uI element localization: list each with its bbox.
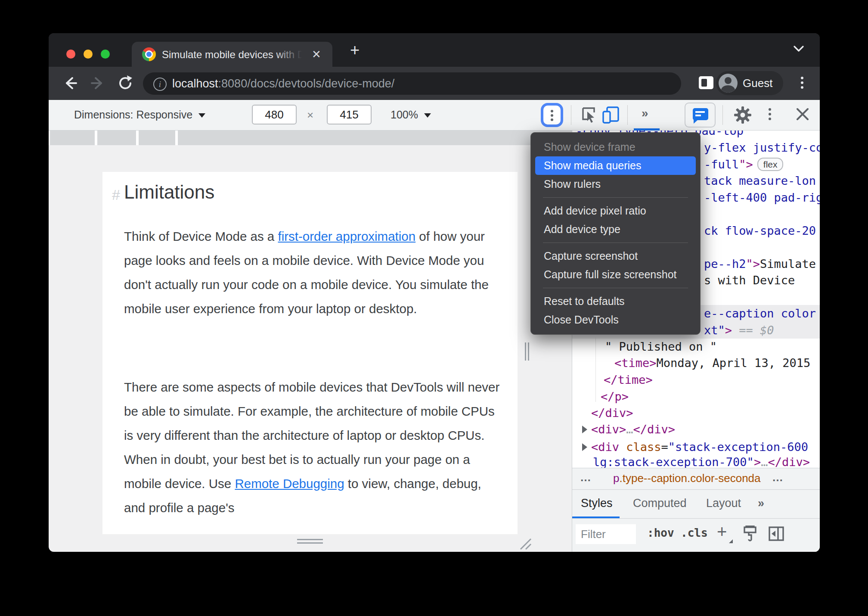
browser-menu-icon[interactable] bbox=[798, 75, 806, 92]
expand-arrow-icon[interactable] bbox=[582, 426, 587, 433]
chrome-logo-icon bbox=[142, 47, 156, 61]
avatar bbox=[719, 74, 738, 93]
reload-button[interactable] bbox=[117, 75, 134, 92]
site-info-icon[interactable]: i bbox=[153, 78, 167, 91]
styles-filter-input[interactable] bbox=[576, 524, 636, 544]
tab-close-icon[interactable]: ✕ bbox=[312, 48, 321, 61]
menu-separator bbox=[543, 243, 688, 243]
menu-item-show-rulers[interactable]: Show rulers bbox=[531, 175, 700, 193]
breadcrumb-overflow-left[interactable]: … bbox=[580, 471, 592, 484]
feedback-button[interactable] bbox=[685, 103, 716, 128]
viewport-width-resize-handle[interactable] bbox=[525, 342, 531, 361]
media-query-segment[interactable] bbox=[50, 131, 95, 145]
dom-tree-line[interactable]: </time> bbox=[572, 371, 820, 388]
dom-tree-line[interactable]: <div class="stack-exception-600 bbox=[572, 439, 820, 455]
new-tab-button[interactable]: + bbox=[350, 42, 360, 58]
feedback-icon-tail bbox=[694, 120, 698, 124]
code-segment: -left-400 pad-rig bbox=[704, 191, 820, 204]
rendering-brush-icon[interactable] bbox=[743, 526, 757, 543]
close-window-button[interactable] bbox=[66, 50, 75, 59]
heading-anchor[interactable]: # bbox=[112, 187, 120, 203]
browser-tab[interactable]: Simulate mobile devices with D ✕ bbox=[132, 42, 332, 67]
page-title: Limitations bbox=[124, 181, 214, 203]
profile-chip[interactable]: Guest bbox=[716, 71, 783, 95]
code-segment: </time> bbox=[604, 373, 653, 386]
tab-styles[interactable]: Styles bbox=[581, 497, 613, 510]
device-toolbar: Dimensions: Responsive × 100% » bbox=[49, 100, 820, 131]
device-more-options-button[interactable] bbox=[541, 103, 563, 127]
dom-tree-line[interactable]: </p> bbox=[572, 388, 820, 405]
styles-filter-row: :hov .cls + bbox=[572, 518, 820, 552]
dom-tree-line[interactable]: </div> bbox=[572, 404, 820, 421]
address-bar[interactable]: i localhost:8080/docs/devtools/device-mo… bbox=[143, 72, 681, 95]
media-query-segment[interactable] bbox=[97, 131, 136, 145]
tab-search-chevron-icon[interactable] bbox=[793, 44, 805, 53]
side-panel-icon[interactable] bbox=[699, 76, 713, 89]
forward-button[interactable] bbox=[89, 75, 106, 92]
code-segment: " Published on " bbox=[605, 340, 717, 353]
settings-gear-icon[interactable] bbox=[734, 106, 751, 124]
menu-item-add-device-pixel-ratio[interactable]: Add device pixel ratio bbox=[531, 202, 700, 220]
element-classes-button[interactable]: .cls bbox=[681, 526, 708, 539]
flex-badge[interactable]: flex bbox=[757, 158, 784, 171]
page-content-card: # Limitations Think of Device Mode as a … bbox=[102, 172, 518, 534]
dom-tree-line[interactable]: <time>Monday, April 13, 2015 bbox=[572, 355, 820, 371]
dimensions-select[interactable]: Dimensions: Responsive bbox=[74, 109, 205, 121]
toggle-element-state-button[interactable]: :hov bbox=[647, 526, 674, 539]
inspect-element-icon[interactable] bbox=[580, 106, 597, 123]
code-segment: y-flex justify-co bbox=[704, 141, 820, 154]
menu-item-add-device-type[interactable]: Add device type bbox=[531, 220, 700, 239]
code-segment: … bbox=[626, 423, 633, 436]
code-segment: Monday, April 13, 2015 bbox=[657, 356, 811, 370]
paragraph-text: There are some aspects of mobile devices… bbox=[124, 380, 499, 491]
code-segment: <div bbox=[591, 440, 626, 454]
menu-item-close-devtools[interactable]: Close DevTools bbox=[531, 311, 700, 329]
viewport-height-resize-handle[interactable] bbox=[297, 539, 323, 545]
menu-item-capture-screenshot[interactable]: Capture screenshot bbox=[531, 247, 700, 265]
height-input[interactable] bbox=[327, 105, 372, 124]
width-input[interactable] bbox=[252, 105, 297, 124]
expand-arrow-icon[interactable] bbox=[582, 443, 587, 451]
menu-item-reset-to-defaults[interactable]: Reset to defaults bbox=[531, 292, 700, 311]
media-query-segment[interactable] bbox=[178, 131, 572, 145]
chevron-down-icon bbox=[424, 113, 431, 118]
remote-debugging-link[interactable]: Remote Debugging bbox=[235, 476, 344, 491]
feedback-icon bbox=[693, 108, 708, 120]
breadcrumb-overflow-right[interactable]: … bbox=[772, 471, 784, 484]
devtools-menu-icon[interactable] bbox=[769, 106, 771, 122]
paragraph-text: Think of Device Mode as a bbox=[124, 229, 278, 243]
tab-layout[interactable]: Layout bbox=[706, 497, 741, 510]
first-order-approximation-link[interactable]: first-order approximation bbox=[278, 229, 415, 243]
device-toolbar-icon[interactable] bbox=[602, 106, 620, 124]
dom-tree-line[interactable]: lg:stack-exception-700">…</div> bbox=[572, 454, 820, 468]
code-segment: … bbox=[761, 455, 768, 468]
code-segment: > bbox=[725, 324, 732, 337]
tab-computed[interactable]: Computed bbox=[633, 497, 687, 510]
zoom-select[interactable]: 100% bbox=[391, 109, 431, 121]
more-panels-icon[interactable]: » bbox=[642, 106, 648, 120]
code-segment: "> bbox=[746, 257, 760, 271]
device-options-menu: Show device frameShow media queriesShow … bbox=[530, 132, 701, 335]
breadcrumb[interactable]: p.type--caption.color-seconda bbox=[613, 472, 761, 485]
url-text[interactable]: localhost:8080/docs/devtools/device-mode… bbox=[172, 77, 394, 90]
new-style-rule-button[interactable]: + bbox=[717, 522, 727, 541]
menu-item-show-media-queries[interactable]: Show media queries bbox=[535, 156, 696, 175]
close-devtools-icon[interactable] bbox=[796, 107, 809, 121]
code-segment: s with Device bbox=[704, 274, 795, 287]
code-segment: > bbox=[754, 455, 761, 468]
toggle-sidebar-icon[interactable] bbox=[769, 526, 784, 541]
dom-tree-line[interactable]: " Published on " bbox=[572, 338, 820, 355]
more-tabs-icon[interactable]: » bbox=[758, 497, 763, 510]
back-button[interactable] bbox=[62, 75, 79, 92]
breadcrumb-bar: … p.type--caption.color-seconda … bbox=[572, 468, 820, 489]
main-area: # Limitations Think of Device Mode as a … bbox=[49, 131, 820, 552]
dom-tree-line[interactable]: <div>…</div> bbox=[572, 421, 820, 438]
viewport-corner-resize-handle[interactable] bbox=[516, 535, 532, 550]
page-viewport: # Limitations Think of Device Mode as a … bbox=[49, 131, 572, 552]
maximize-window-button[interactable] bbox=[101, 50, 110, 59]
code-segment: <div> bbox=[591, 423, 626, 436]
media-query-segment[interactable] bbox=[139, 131, 175, 145]
minimize-window-button[interactable] bbox=[84, 50, 93, 59]
menu-item-capture-full-size-screenshot[interactable]: Capture full size screenshot bbox=[531, 265, 700, 284]
dimensions-times: × bbox=[307, 109, 313, 122]
